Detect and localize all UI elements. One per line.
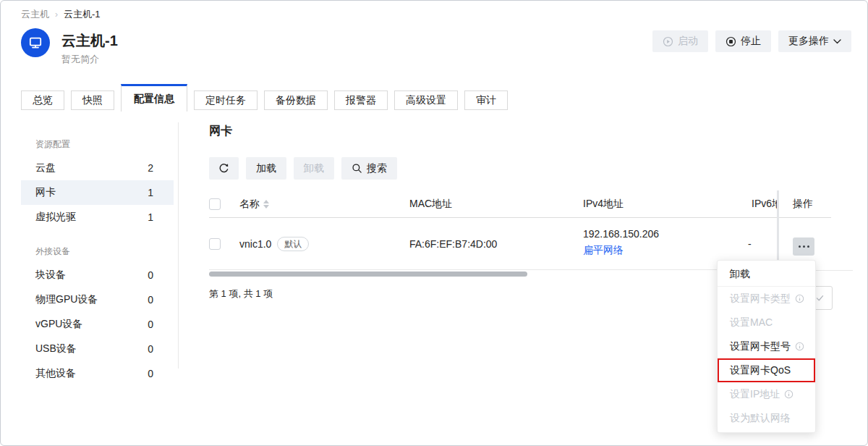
sidebar-item-label: 云盘 <box>35 161 56 174</box>
sidebar-item-virtual-cdrom[interactable]: 虚拟光驱 1 <box>21 205 174 230</box>
row-actions-menu: 卸载 设置网卡类型 设置MAC 设置网卡型号 设置网卡QoS <box>717 260 816 433</box>
sidebar-item-label: USB设备 <box>35 342 77 355</box>
nic-name: vnic1.0 <box>239 238 271 250</box>
sidebar-item-count: 0 <box>148 294 153 306</box>
more-actions-button[interactable]: 更多操作 <box>778 30 851 52</box>
menu-item-set-nic-type[interactable]: 设置网卡类型 <box>718 287 815 311</box>
menu-item-set-mac[interactable]: 设置MAC <box>718 311 815 334</box>
search-button[interactable]: 搜索 <box>341 157 397 180</box>
header-actions: 启动 停止 更多操作 <box>652 30 851 52</box>
tab-bar: 总览 快照 配置信息 定时任务 备份数据 报警器 高级设置 审计 <box>21 84 508 112</box>
column-ops: 操作 <box>779 190 831 218</box>
sidebar-item-count: 0 <box>148 269 153 281</box>
menu-item-label: 设置IP地址 <box>730 388 780 401</box>
refresh-icon <box>218 163 229 174</box>
sidebar-item-count: 0 <box>148 343 153 355</box>
menu-item-label: 设置网卡型号 <box>730 340 791 353</box>
column-name: 名称 <box>239 198 260 211</box>
table-header: 名称 MAC地址 IPv4地址 IPv6地址 <box>209 190 777 218</box>
sidebar-item-count: 0 <box>148 319 153 330</box>
sidebar-divider <box>178 122 179 369</box>
attach-label: 加载 <box>256 162 276 175</box>
stop-button[interactable]: 停止 <box>715 30 771 52</box>
menu-item-detach[interactable]: 卸载 <box>718 263 815 287</box>
nic-mac: FA:6F:EF:B7:4D:00 <box>409 219 497 269</box>
menu-item-set-ip-address[interactable]: 设置IP地址 <box>718 382 815 406</box>
sidebar-item-label: 其他设备 <box>35 367 76 380</box>
more-actions-label: 更多操作 <box>788 35 829 48</box>
info-icon <box>795 342 804 351</box>
tab-advanced-settings[interactable]: 高级设置 <box>394 91 458 110</box>
menu-item-label: 设置网卡类型 <box>730 293 791 306</box>
page-title: 云主机-1 <box>61 31 118 51</box>
detach-nic-button[interactable]: 卸载 <box>294 157 334 180</box>
nic-toolbar: 加载 卸载 搜索 <box>209 157 397 180</box>
sidebar-item-label: vGPU设备 <box>35 318 82 331</box>
vm-detail-page: 云主机 › 云主机-1 云主机-1 暂无简介 启动 <box>0 0 868 446</box>
stop-button-label: 停止 <box>741 35 761 48</box>
horizontal-scrollbar[interactable] <box>209 272 527 277</box>
sidebar-item-label: 物理GPU设备 <box>35 293 98 306</box>
sidebar-item-other-devices[interactable]: 其他设备 0 <box>21 361 174 386</box>
breadcrumb: 云主机 › 云主机-1 <box>21 8 101 21</box>
tab-snapshot[interactable]: 快照 <box>71 91 114 110</box>
sidebar-item-block-device[interactable]: 块设备 0 <box>21 263 174 287</box>
default-badge: 默认 <box>277 237 309 251</box>
sidebar-item-count: 2 <box>148 162 153 174</box>
column-ipv6: IPv6地址 <box>752 190 777 217</box>
tab-config-info[interactable]: 配置信息 <box>121 84 187 112</box>
sidebar-item-nic[interactable]: 网卡 1 <box>21 180 174 205</box>
sidebar-item-count: 0 <box>148 368 153 379</box>
detach-label: 卸载 <box>304 162 324 175</box>
row-more-actions-button[interactable] <box>793 237 814 256</box>
breadcrumb-current: 云主机-1 <box>64 8 101 21</box>
refresh-button[interactable] <box>209 157 239 180</box>
section-title-nic: 网卡 <box>209 124 232 139</box>
breadcrumb-separator: › <box>55 9 58 20</box>
tab-backup-data[interactable]: 备份数据 <box>264 91 328 110</box>
check-icon <box>815 293 825 303</box>
pagination-text: 第 1 项, 共 1 项 <box>209 287 273 300</box>
ops-column: 操作 <box>779 190 853 271</box>
table-row[interactable]: vnic1.0 默认 FA:6F:EF:B7:4D:00 192.168.150… <box>209 219 777 270</box>
sidebar-item-label: 虚拟光驱 <box>35 211 76 224</box>
start-button[interactable]: 启动 <box>652 30 708 52</box>
sidebar: 资源配置 云盘 2 网卡 1 虚拟光驱 1 外接设备 块设备 0 物理GPU设备… <box>21 132 174 386</box>
start-button-label: 启动 <box>678 35 698 48</box>
sidebar-section-external-devices: 外接设备 <box>21 240 174 263</box>
tab-scheduled-tasks[interactable]: 定时任务 <box>194 91 258 110</box>
menu-item-set-nic-model[interactable]: 设置网卡型号 <box>718 334 815 358</box>
tab-overview[interactable]: 总览 <box>21 91 64 110</box>
network-link[interactable]: 扁平网络 <box>583 242 659 258</box>
sidebar-item-cloud-disk[interactable]: 云盘 2 <box>21 156 174 180</box>
attach-nic-button[interactable]: 加载 <box>246 157 286 180</box>
sidebar-section-resource-config: 资源配置 <box>21 132 174 156</box>
chevron-down-icon <box>833 39 841 44</box>
info-icon <box>795 294 804 303</box>
breadcrumb-root[interactable]: 云主机 <box>21 8 49 21</box>
play-circle-icon <box>663 36 673 47</box>
sidebar-item-label: 块设备 <box>35 269 66 282</box>
search-label: 搜索 <box>367 162 387 175</box>
menu-item-set-nic-qos[interactable]: 设置网卡QoS <box>718 358 815 382</box>
sidebar-item-count: 1 <box>148 211 153 223</box>
sidebar-item-count: 1 <box>148 187 153 198</box>
stop-circle-icon <box>726 36 736 47</box>
vm-monitor-icon <box>21 28 50 57</box>
sort-icon[interactable] <box>263 200 269 209</box>
page-subtitle: 暂无简介 <box>61 53 99 66</box>
menu-item-set-default-network[interactable]: 设为默认网络 <box>718 406 815 430</box>
tab-alarms[interactable]: 报警器 <box>334 91 388 110</box>
info-icon <box>784 390 793 399</box>
column-ipv4: IPv4地址 <box>583 190 624 217</box>
sidebar-item-label: 网卡 <box>35 186 56 199</box>
sidebar-item-usb[interactable]: USB设备 0 <box>21 337 174 361</box>
sidebar-item-vgpu[interactable]: vGPU设备 0 <box>21 312 174 337</box>
search-icon <box>352 163 362 174</box>
tab-audit[interactable]: 审计 <box>464 91 508 110</box>
column-mac: MAC地址 <box>409 190 452 217</box>
select-all-checkbox[interactable] <box>209 198 221 210</box>
nic-ipv4: 192.168.150.206 <box>583 226 659 242</box>
row-checkbox[interactable] <box>209 238 221 250</box>
sidebar-item-physical-gpu[interactable]: 物理GPU设备 0 <box>21 287 174 312</box>
